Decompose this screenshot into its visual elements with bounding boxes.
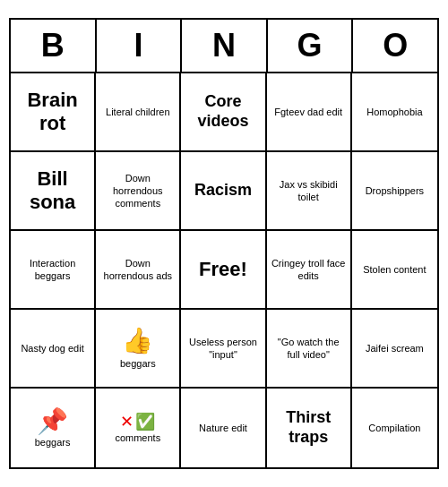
cell-r3c1[interactable]: 👍 beggars	[96, 310, 181, 389]
cell-r0c3[interactable]: Fgteev dad edit	[267, 73, 352, 152]
cell-r0c0[interactable]: Brain rot	[11, 73, 96, 152]
cell-r2c3[interactable]: Cringey troll face edits	[267, 231, 352, 310]
thumbs-up-icon: 👍	[122, 326, 153, 355]
cell-r1c1[interactable]: Down horrendous comments	[96, 152, 181, 231]
cell-r0c1[interactable]: Literal children	[96, 73, 181, 152]
header-b: B	[11, 20, 97, 72]
cell-r4c4[interactable]: Compilation	[352, 389, 437, 467]
cell-r1c0[interactable]: Bill sona	[11, 152, 96, 231]
cell-r2c2[interactable]: Free!	[181, 231, 266, 310]
header-g: G	[268, 20, 354, 72]
cell-r4c2[interactable]: Nature edit	[181, 389, 266, 467]
cell-r3c0[interactable]: Nasty dog edit	[11, 310, 96, 389]
pin-icon: 📌	[37, 406, 68, 436]
bingo-card: B I N G O Brain rot Literal children Cor…	[9, 18, 439, 469]
cell-r4c0[interactable]: 📌 beggars	[11, 389, 96, 467]
bingo-header: B I N G O	[11, 20, 437, 73]
cell-r1c2[interactable]: Racism	[181, 152, 266, 231]
header-i: I	[97, 20, 183, 72]
cell-r3c4[interactable]: Jaifei scream	[352, 310, 437, 389]
bingo-grid: Brain rot Literal children Core videos F…	[11, 73, 437, 467]
cell-r2c0[interactable]: Interaction beggars	[11, 231, 96, 310]
header-n: N	[182, 20, 268, 72]
x-check-icon: ✕✅	[120, 412, 155, 431]
cell-r1c3[interactable]: Jax vs skibidi toilet	[267, 152, 352, 231]
cell-r2c1[interactable]: Down horrendous ads	[96, 231, 181, 310]
cell-r3c2[interactable]: Useless person "input"	[181, 310, 266, 389]
cell-r0c2[interactable]: Core videos	[181, 73, 266, 152]
cell-r4c3[interactable]: Thirst traps	[267, 389, 352, 467]
cell-r0c4[interactable]: Homophobia	[352, 73, 437, 152]
cell-r1c4[interactable]: Dropshippers	[352, 152, 437, 231]
cell-r3c3[interactable]: "Go watch the full video"	[267, 310, 352, 389]
cell-r4c1[interactable]: ✕✅ comments	[96, 389, 181, 467]
cell-r2c4[interactable]: Stolen content	[352, 231, 437, 310]
header-o: O	[353, 20, 437, 72]
